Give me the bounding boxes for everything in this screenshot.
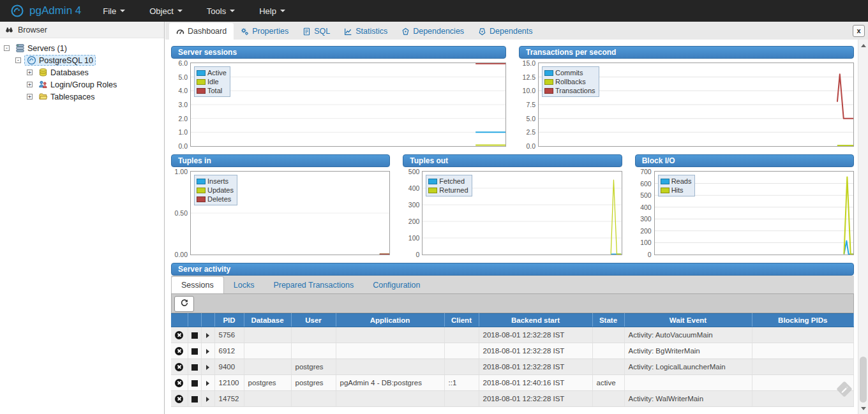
menu-object[interactable]: Object — [149, 6, 183, 16]
tree-item-label: PostgreSQL 10 — [39, 56, 93, 65]
tree-item-tablespaces[interactable]: +Tablespaces — [0, 91, 164, 103]
scroll-down-arrow[interactable] — [858, 404, 868, 413]
stop-query-button-icon — [191, 380, 198, 387]
stop-query-button[interactable] — [188, 343, 201, 359]
y-tick-label: 5.0 — [178, 73, 188, 81]
cancel-query-button[interactable] — [171, 375, 188, 391]
collapse-box-icon[interactable]: - — [15, 57, 21, 63]
row-expand-button[interactable] — [201, 327, 214, 343]
tab-dependents[interactable]: Dependents — [471, 23, 539, 40]
menu-help[interactable]: Help — [259, 6, 285, 16]
activity-tab-configuration[interactable]: Configuration — [363, 277, 430, 293]
tree-node[interactable]: Tablespaces — [36, 91, 98, 102]
tree-item-login-group-roles[interactable]: +Login/Group Roles — [0, 78, 164, 91]
column-header-state[interactable]: State — [592, 314, 624, 327]
chart-legend: ActiveIdleTotal — [194, 66, 230, 97]
row-expand-button[interactable] — [201, 391, 214, 407]
column-header-expand[interactable] — [201, 314, 214, 327]
legend-label: Active — [207, 69, 227, 77]
column-header-wait-event[interactable]: Wait Event — [624, 314, 752, 327]
legend-label: Returned — [439, 186, 468, 194]
row-expand-button[interactable] — [201, 343, 214, 359]
servers-icon — [15, 43, 25, 53]
column-header-pid[interactable]: PID — [214, 314, 244, 327]
tab-properties[interactable]: Properties — [234, 23, 296, 40]
legend-item: Total — [197, 86, 227, 95]
column-header-blocking-pids[interactable]: Blocking PIDs — [752, 314, 854, 327]
legend-item: Active — [197, 68, 227, 77]
tree-node-selected[interactable]: PostgreSQL 10 — [24, 55, 96, 66]
dashboard-panel: Server sessions6.05.04.03.02.01.00.0Acti… — [165, 40, 858, 414]
column-header-client[interactable]: Client — [444, 314, 479, 327]
cancel-query-button[interactable] — [171, 391, 188, 407]
stop-query-button[interactable] — [188, 375, 201, 391]
tab-sql[interactable]: SQL — [296, 23, 337, 40]
menu-label: Help — [259, 6, 276, 16]
column-header-cancel[interactable] — [171, 314, 188, 327]
y-tick-label: 0.50 — [175, 209, 188, 217]
sessions-table: PIDDatabaseUserApplicationClientBackend … — [171, 313, 854, 407]
cell-backend_start: 2018-08-01 12:32:28 IST — [479, 343, 592, 359]
tree-node[interactable]: Login/Group Roles — [36, 79, 119, 90]
tab-statistics[interactable]: Statistics — [337, 23, 394, 40]
expand-box-icon[interactable]: + — [27, 70, 33, 75]
activity-tab-prepared-transactions[interactable]: Prepared Transactions — [264, 277, 363, 293]
row-expand-button-icon — [206, 333, 209, 338]
cell-pid: 6912 — [214, 343, 244, 359]
cancel-query-button[interactable] — [171, 343, 188, 359]
tab-dependencies[interactable]: Dependencies — [394, 23, 471, 40]
scroll-up-arrow[interactable] — [858, 41, 868, 50]
y-tick-label: 6.0 — [178, 59, 188, 67]
pgadmin-elephant-icon — [10, 4, 24, 18]
row-expand-button-icon — [206, 381, 209, 386]
tree-item-postgresql-10[interactable]: -PostgreSQL 10 — [0, 54, 164, 66]
menu-tools[interactable]: Tools — [207, 6, 235, 16]
column-header-application[interactable]: Application — [336, 314, 444, 327]
stop-query-button[interactable] — [188, 391, 201, 407]
column-header-database[interactable]: Database — [244, 314, 291, 327]
top-navbar: pgAdmin 4 FileObjectToolsHelp — [0, 0, 868, 22]
cancel-query-button-icon — [175, 363, 183, 371]
cancel-query-button[interactable] — [171, 327, 188, 343]
tab-label: Dependents — [490, 27, 532, 36]
cell-user: postgres — [291, 359, 336, 375]
tab-label: Dashboard — [188, 27, 227, 36]
dependents-icon — [478, 27, 486, 36]
refresh-button[interactable] — [174, 296, 194, 312]
expand-box-icon[interactable]: + — [27, 82, 33, 87]
tab-dashboard[interactable]: Dashboard — [169, 23, 234, 40]
y-tick-label: 1.00 — [175, 168, 188, 175]
tree-node[interactable]: Databases — [36, 67, 91, 78]
stop-query-button[interactable] — [188, 359, 201, 375]
tree-node[interactable]: Servers (1) — [13, 43, 70, 54]
column-header-stop[interactable] — [188, 314, 201, 327]
cell-client: ::1 — [444, 375, 479, 391]
column-header-backend-start[interactable]: Backend start — [479, 314, 592, 327]
tree-item-servers-1[interactable]: -Servers (1) — [0, 42, 164, 54]
browser-panel-title: Browser — [18, 26, 47, 34]
cell-user — [291, 327, 336, 343]
menu-bar: FileObjectToolsHelp — [103, 6, 285, 16]
cell-database — [244, 359, 291, 375]
scrollbar-thumb[interactable] — [860, 357, 867, 403]
activity-tab-sessions[interactable]: Sessions — [171, 276, 224, 293]
stop-query-button[interactable] — [188, 327, 201, 343]
row-expand-button[interactable] — [201, 359, 214, 375]
cell-application — [336, 343, 444, 359]
panel-close-button[interactable]: x — [853, 25, 865, 37]
column-header-user[interactable]: User — [291, 314, 336, 327]
stop-query-button-icon — [191, 364, 198, 371]
collapse-box-icon[interactable]: - — [4, 45, 10, 51]
row-expand-button[interactable] — [201, 375, 214, 391]
vertical-scrollbar[interactable] — [858, 40, 868, 414]
cancel-query-button[interactable] — [171, 359, 188, 375]
server-activity-tabs: SessionsLocksPrepared TransactionsConfig… — [171, 276, 854, 293]
legend-item: Idle — [197, 77, 227, 86]
activity-tab-locks[interactable]: Locks — [224, 277, 264, 293]
cell-client — [444, 343, 479, 359]
tree-item-databases[interactable]: +Databases — [0, 66, 164, 78]
cancel-query-button-icon — [175, 379, 183, 387]
menu-label: File — [103, 6, 116, 16]
expand-box-icon[interactable]: + — [27, 94, 33, 100]
menu-file[interactable]: File — [103, 6, 125, 16]
